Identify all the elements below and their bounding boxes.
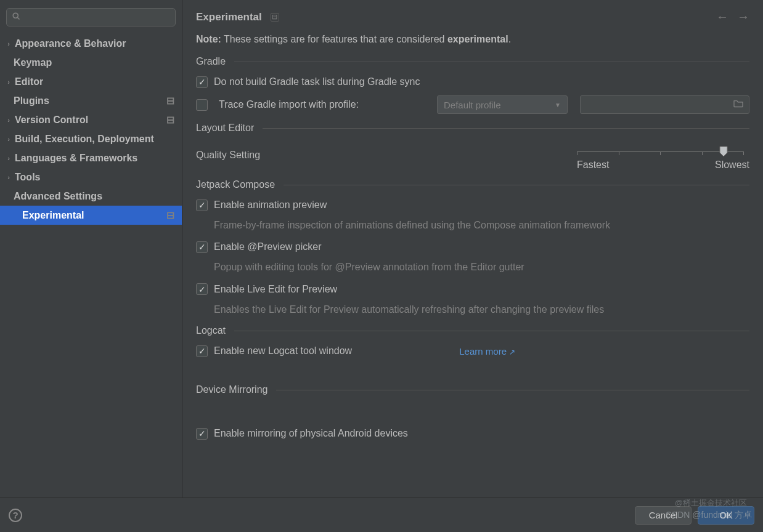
external-link-icon: ↗ bbox=[509, 348, 515, 357]
section-logcat: Logcat bbox=[196, 325, 749, 336]
slider-tick bbox=[619, 151, 619, 155]
search-icon bbox=[12, 12, 21, 23]
note-text: Note: These settings are for features th… bbox=[196, 34, 749, 45]
sidebar-item-label: Appearance & Behavior bbox=[15, 38, 176, 49]
cancel-button[interactable]: Cancel bbox=[635, 506, 692, 525]
chevron-right-icon: › bbox=[5, 174, 12, 181]
sidebar-item-version-control[interactable]: ›Version Control⊟ bbox=[0, 110, 182, 129]
chevron-right-icon: › bbox=[5, 116, 12, 124]
settings-tree: ›Appearance & BehaviorKeymap›EditorPlugi… bbox=[0, 33, 182, 498]
checkbox-trace-gradle[interactable]: ✓ bbox=[196, 99, 208, 111]
scope-badge-icon: ⊟ bbox=[165, 210, 176, 221]
folder-icon bbox=[733, 99, 744, 110]
checkbox-device-mirroring[interactable]: ✓ bbox=[196, 428, 208, 440]
search-input[interactable] bbox=[25, 12, 170, 22]
sidebar-item-label: Plugins bbox=[14, 95, 165, 107]
slider-tick bbox=[702, 151, 703, 155]
slider-label-left: Fastest bbox=[577, 159, 609, 171]
label-preview-picker: Enable @Preview picker bbox=[214, 241, 322, 252]
slider-thumb[interactable] bbox=[719, 146, 728, 157]
sidebar-item-label: Experimental bbox=[22, 210, 165, 221]
section-device-mirroring: Device Mirroring bbox=[196, 384, 749, 395]
section-jetpack-compose: Jetpack Compose bbox=[196, 179, 749, 190]
chevron-right-icon: › bbox=[5, 40, 12, 47]
scope-badge-icon: ⊟ bbox=[165, 115, 176, 126]
settings-content: Experimental ⊟ ← → Note: These settings … bbox=[182, 0, 763, 498]
sidebar-item-label: Tools bbox=[15, 172, 176, 183]
quality-label: Quality Setting bbox=[196, 147, 577, 161]
history-forward-icon[interactable]: → bbox=[737, 10, 749, 24]
help-button[interactable]: ? bbox=[9, 509, 22, 522]
sidebar-item-keymap[interactable]: Keymap bbox=[0, 53, 182, 72]
sidebar-item-label: Build, Execution, Deployment bbox=[15, 134, 176, 145]
checkbox-preview-picker[interactable]: ✓ bbox=[196, 241, 208, 253]
dialog-buttons: ? Cancel OK bbox=[0, 498, 763, 532]
desc-animation-preview: Frame-by-frame inspection of animations … bbox=[214, 219, 749, 232]
sidebar-item-experimental[interactable]: Experimental⊟ bbox=[0, 206, 182, 225]
chevron-right-icon: › bbox=[5, 135, 12, 143]
slider-tick bbox=[577, 151, 577, 155]
slider-label-right: Slowest bbox=[715, 159, 749, 171]
desc-live-edit: Enables the Live Edit for Preview automa… bbox=[214, 303, 749, 316]
desc-preview-picker: Popup with editing tools for @Preview an… bbox=[214, 260, 749, 274]
checkbox-animation-preview[interactable]: ✓ bbox=[196, 200, 208, 211]
sidebar-item-editor[interactable]: ›Editor bbox=[0, 72, 182, 91]
label-trace-gradle: Trace Gradle import with profile: bbox=[219, 99, 359, 110]
slider-tick bbox=[660, 151, 661, 155]
scope-badge-icon: ⊟ bbox=[271, 13, 279, 22]
label-live-edit: Enable Live Edit for Preview bbox=[214, 284, 337, 295]
sidebar-item-label: Advanced Settings bbox=[14, 191, 176, 202]
checkbox-new-logcat[interactable]: ✓ bbox=[196, 345, 208, 357]
profile-path-input[interactable] bbox=[580, 95, 749, 114]
sidebar-item-tools[interactable]: ›Tools bbox=[0, 167, 182, 187]
sidebar-item-label: Editor bbox=[15, 76, 176, 87]
sidebar-item-languages-frameworks[interactable]: ›Languages & Frameworks bbox=[0, 148, 182, 167]
sidebar-item-label: Version Control bbox=[15, 115, 165, 126]
ok-button[interactable]: OK bbox=[698, 506, 754, 525]
chevron-down-icon: ▼ bbox=[555, 102, 561, 108]
settings-sidebar: ›Appearance & BehaviorKeymap›EditorPlugi… bbox=[0, 0, 182, 498]
sidebar-item-build-execution-deployment[interactable]: ›Build, Execution, Deployment bbox=[0, 129, 182, 148]
sidebar-item-advanced-settings[interactable]: Advanced Settings bbox=[0, 187, 182, 206]
sidebar-item-appearance-behavior[interactable]: ›Appearance & Behavior bbox=[0, 34, 182, 53]
sidebar-item-plugins[interactable]: Plugins⊟ bbox=[0, 91, 182, 110]
quality-slider[interactable]: Fastest Slowest bbox=[577, 147, 749, 171]
section-gradle: Gradle bbox=[196, 56, 749, 67]
chevron-right-icon: › bbox=[5, 78, 12, 86]
label-animation-preview: Enable animation preview bbox=[214, 200, 327, 211]
page-title: Experimental bbox=[196, 11, 262, 23]
scope-badge-icon: ⊟ bbox=[165, 95, 176, 107]
checkbox-live-edit[interactable]: ✓ bbox=[196, 283, 208, 295]
settings-search[interactable] bbox=[6, 8, 176, 26]
history-back-icon[interactable]: ← bbox=[716, 10, 728, 24]
section-layout-editor: Layout Editor bbox=[196, 123, 749, 134]
sidebar-item-label: Keymap bbox=[14, 57, 176, 68]
checkbox-gradle-no-task-list[interactable]: ✓ bbox=[196, 76, 208, 88]
chevron-right-icon: › bbox=[5, 155, 12, 162]
slider-tick bbox=[743, 151, 744, 155]
sidebar-item-label: Languages & Frameworks bbox=[15, 153, 176, 164]
learn-more-link[interactable]: Learn more↗ bbox=[459, 346, 515, 357]
svg-point-0 bbox=[13, 13, 18, 18]
label-device-mirroring: Enable mirroring of physical Android dev… bbox=[214, 428, 408, 439]
label-new-logcat: Enable new Logcat tool window bbox=[214, 345, 352, 357]
svg-line-1 bbox=[17, 17, 19, 19]
label-gradle-no-task-list: Do not build Gradle task list during Gra… bbox=[214, 76, 420, 87]
profile-combo[interactable]: Default profile ▼ bbox=[437, 95, 568, 114]
